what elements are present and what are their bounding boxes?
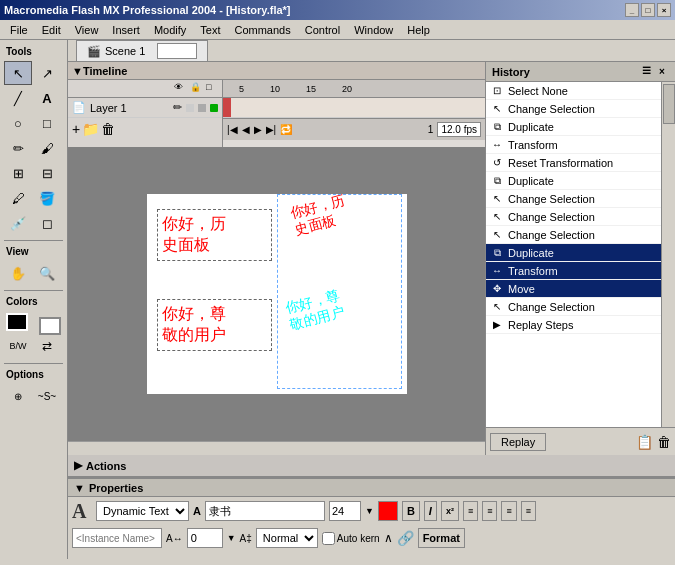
select-tool[interactable]: ↖ <box>4 61 32 85</box>
history-item-label: Duplicate <box>508 121 554 133</box>
timeline-frames: 5 10 15 20 |◀ ◀ ▶ <box>223 80 485 147</box>
step-fwd-btn[interactable]: ▶| <box>266 124 277 135</box>
history-item-label: Reset Transformation <box>508 157 613 169</box>
menu-insert[interactable]: Insert <box>106 22 146 38</box>
font-color-box[interactable] <box>378 501 398 521</box>
props-header[interactable]: ▼ Properties <box>68 479 675 497</box>
free-transform-tool[interactable]: ⊞ <box>4 161 32 185</box>
restore-button[interactable]: □ <box>641 3 655 17</box>
brush-tool[interactable]: 🖌 <box>33 136 61 160</box>
tracking-dropdown-arrow[interactable]: ▼ <box>227 533 236 543</box>
loop-btn[interactable]: 🔁 <box>280 124 292 135</box>
history-item[interactable]: ↔Transform <box>486 262 661 280</box>
window-controls[interactable]: _ □ × <box>625 3 671 17</box>
view-grid: ✋ 🔍 <box>2 259 65 287</box>
edit-link-btn[interactable]: 🔗 <box>397 530 414 546</box>
align-left-btn[interactable]: ≡ <box>463 501 478 521</box>
menu-modify[interactable]: Modify <box>148 22 192 38</box>
history-item[interactable]: ▶Replay Steps <box>486 316 661 334</box>
stroke-color[interactable] <box>6 313 28 331</box>
layer-row[interactable]: 📄 Layer 1 ✏ <box>68 98 222 118</box>
size-dropdown-arrow[interactable]: ▼ <box>365 506 374 516</box>
subselect-tool[interactable]: ↗ <box>33 61 61 85</box>
swap-colors-btn[interactable]: ⇄ <box>33 334 61 358</box>
history-item[interactable]: ↖Change Selection <box>486 190 661 208</box>
ink-bottle-tool[interactable]: 🖊 <box>4 186 32 210</box>
actions-bar[interactable]: ▶ Actions <box>68 455 675 477</box>
eraser-tool[interactable]: ◻ <box>33 211 61 235</box>
italic-button[interactable]: I <box>424 501 437 521</box>
align-center-btn[interactable]: ≡ <box>482 501 497 521</box>
zoom-input[interactable]: 100% <box>157 43 197 59</box>
pencil-tool[interactable]: ✏ <box>4 136 32 160</box>
menu-help[interactable]: Help <box>401 22 436 38</box>
history-scroll-thumb[interactable] <box>663 84 675 124</box>
history-item[interactable]: ↖Change Selection <box>486 226 661 244</box>
history-item[interactable]: ⊡Select None <box>486 82 661 100</box>
font-size-input[interactable]: 24 <box>329 501 361 521</box>
history-item[interactable]: ↖Change Selection <box>486 298 661 316</box>
history-copy-btn[interactable]: 📋 <box>636 434 653 450</box>
panel-close-btn[interactable]: × <box>655 65 669 79</box>
snap-btn[interactable]: ⊕ <box>4 384 32 408</box>
superscript-btn[interactable]: x² <box>441 501 459 521</box>
instance-name-input[interactable] <box>72 528 162 548</box>
menu-commands[interactable]: Commands <box>228 22 296 38</box>
history-item[interactable]: ⧉Duplicate <box>486 244 661 262</box>
zoom-tool[interactable]: 🔍 <box>33 261 61 285</box>
align-right-btn[interactable]: ≡ <box>501 501 516 521</box>
menu-window[interactable]: Window <box>348 22 399 38</box>
diagonal-text-2: 你好，尊 敬的用户 <box>283 287 346 334</box>
lock-icon: 🔒 <box>190 82 204 96</box>
minimize-button[interactable]: _ <box>625 3 639 17</box>
step-back-btn[interactable]: ◀ <box>242 124 250 135</box>
delete-layer-btn[interactable]: 🗑 <box>101 121 115 137</box>
history-item-icon: ↖ <box>490 300 504 314</box>
back-start-btn[interactable]: |◀ <box>227 124 238 135</box>
history-item[interactable]: ⧉Duplicate <box>486 172 661 190</box>
history-item[interactable]: ✥Move <box>486 280 661 298</box>
properties-panel: ▼ Properties A Dynamic Text A 隶书 24 ▼ B … <box>68 477 675 559</box>
history-scrollbar[interactable] <box>661 82 675 427</box>
hand-tool[interactable]: ✋ <box>4 261 32 285</box>
autokern-checkbox[interactable] <box>322 532 335 545</box>
play-btn[interactable]: ▶ <box>254 124 262 135</box>
history-item[interactable]: ↔Transform <box>486 136 661 154</box>
tracking-input[interactable] <box>187 528 223 548</box>
menu-text[interactable]: Text <box>194 22 226 38</box>
text-type-dropdown[interactable]: Dynamic Text <box>96 501 189 521</box>
menu-file[interactable]: File <box>4 22 34 38</box>
menu-edit[interactable]: Edit <box>36 22 67 38</box>
paint-bucket-tool[interactable]: 🪣 <box>33 186 61 210</box>
fill-transform-tool[interactable]: ⊟ <box>33 161 61 185</box>
rect-tool[interactable]: □ <box>33 111 61 135</box>
history-item[interactable]: ⧉Duplicate <box>486 118 661 136</box>
props-triangle: ▼ <box>74 482 85 494</box>
menu-control[interactable]: Control <box>299 22 346 38</box>
eyedropper-tool[interactable]: 💉 <box>4 211 32 235</box>
format-dropdown[interactable]: Normal <box>256 528 318 548</box>
smooth-btn[interactable]: ~S~ <box>33 384 61 408</box>
bold-button[interactable]: B <box>402 501 420 521</box>
text-tool[interactable]: A <box>33 86 61 110</box>
replay-button[interactable]: Replay <box>490 433 546 451</box>
add-folder-btn[interactable]: 📁 <box>82 121 99 137</box>
format-button[interactable]: Format <box>418 528 465 548</box>
stage-scrollbar[interactable] <box>68 441 485 455</box>
history-item[interactable]: ↺Reset Transformation <box>486 154 661 172</box>
line-tool[interactable]: ╱ <box>4 86 32 110</box>
add-layer-btn[interactable]: + <box>72 121 80 137</box>
panel-options-icon[interactable]: ☰ <box>642 65 651 79</box>
font-input[interactable]: 隶书 <box>205 501 325 521</box>
close-button[interactable]: × <box>657 3 671 17</box>
oval-tool[interactable]: ○ <box>4 111 32 135</box>
document-tab[interactable]: 🎬 Scene 1 100% <box>76 40 208 61</box>
history-trash-btn[interactable]: 🗑 <box>657 434 671 450</box>
black-white-btn[interactable]: B/W <box>4 334 32 358</box>
history-item-label: Replay Steps <box>508 319 573 331</box>
align-justify-btn[interactable]: ≡ <box>521 501 536 521</box>
history-item[interactable]: ↖Change Selection <box>486 100 661 118</box>
fill-color[interactable] <box>39 317 61 335</box>
history-item[interactable]: ↖Change Selection <box>486 208 661 226</box>
menu-view[interactable]: View <box>69 22 105 38</box>
